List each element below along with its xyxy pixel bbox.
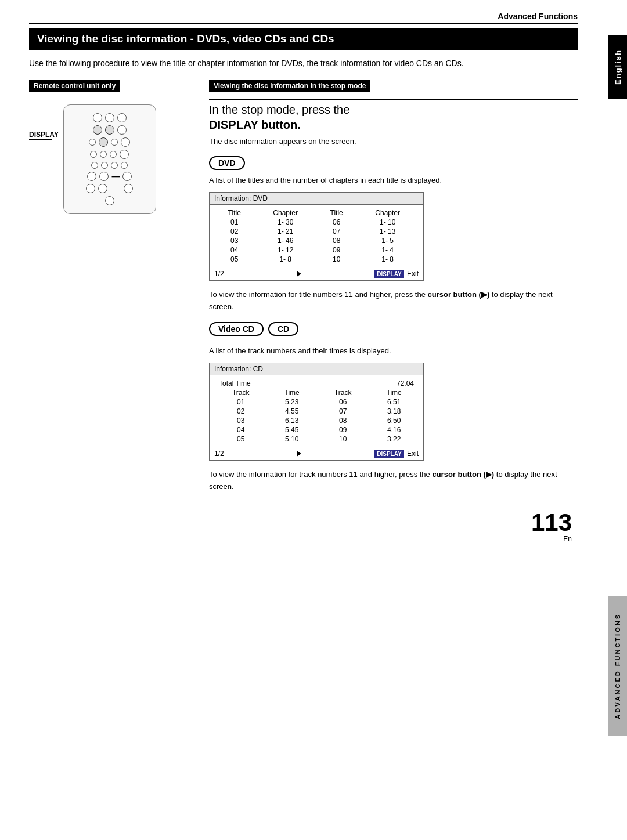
btn-row-7: [86, 184, 133, 193]
btn-row-8: [105, 196, 114, 205]
dvd-row-5: 05 1- 8 10 1- 8: [214, 255, 419, 264]
cd-r5-time2: 3.22: [369, 435, 419, 444]
heading-2: DISPLAY button.: [209, 118, 301, 131]
spacer: [110, 184, 121, 193]
cd-total-value: 72.04: [316, 379, 419, 388]
dvd-r3-title1: 03: [214, 236, 254, 245]
dvd-r5-chap1: 1- 8: [254, 255, 316, 264]
btn-row-6: —: [87, 172, 132, 181]
page-number-container: 113 En: [29, 510, 578, 543]
cd-col-time1: Time: [267, 388, 316, 397]
cd-r4-track1: 04: [214, 425, 267, 435]
remote-container: DISPLAY: [29, 104, 197, 214]
btn-row-5: [91, 162, 128, 169]
btn-21: [98, 184, 107, 193]
dvd-r1-chap1: 1- 30: [254, 218, 316, 227]
cd-r1-track2: 06: [316, 397, 369, 407]
btn-6: [99, 137, 108, 147]
cd-r1-time2: 6.51: [369, 397, 419, 407]
disc-info-text: The disc information appears on the scre…: [209, 136, 578, 147]
divider-line-1: [209, 99, 578, 100]
btn-display: [93, 125, 102, 135]
main-content: Advanced Functions Viewing the disc info…: [0, 0, 607, 566]
cd-display-btn: DISPLAY: [374, 450, 403, 458]
dvd-col-chapter1: Chapter: [254, 208, 316, 218]
cd-r1-track1: 01: [214, 397, 267, 407]
cd-total-row: Total Time 72.04: [214, 379, 419, 388]
btn-row-1: [93, 113, 127, 122]
btn-3: [117, 113, 127, 122]
btn-16: [121, 162, 128, 169]
btn-8: [121, 137, 130, 147]
dvd-col-title2: Title: [316, 208, 356, 218]
btn-10: [100, 151, 107, 158]
cd-footer-right: DISPLAY Exit: [374, 450, 419, 458]
cd-table-header-row: Track Time Track Time: [214, 388, 419, 397]
page-header: Advanced Functions: [29, 12, 578, 24]
videocd-badge: Video CD: [209, 322, 264, 336]
remote-control-label: Remote control unit only: [29, 80, 120, 92]
cd-col-track1: Track: [214, 388, 267, 397]
dvd-r2-chap1: 1- 21: [254, 227, 316, 236]
cd-info-footer: 1/2 DISPLAY Exit: [210, 447, 423, 460]
two-column-layout: Remote control unit only DISPLAY: [29, 80, 578, 493]
btn-14: [101, 162, 108, 169]
cd-badge: CD: [268, 322, 298, 336]
page-number: 113: [531, 510, 572, 535]
btn-7: [111, 139, 118, 146]
btn-2: [105, 113, 114, 122]
cd-r5-track1: 05: [214, 435, 267, 444]
dash-separator: —: [111, 172, 120, 181]
heading-1: In the stop mode, press the: [209, 103, 349, 116]
cursor-bold: cursor button (▶): [427, 290, 489, 299]
display-pointer-line: [29, 139, 59, 140]
bottom-footer-text: To view the information for track number…: [209, 469, 578, 493]
cd-r2-time1: 4.55: [267, 407, 316, 416]
cd-footer-page: 1/2: [214, 450, 224, 458]
btn-5: [89, 139, 96, 146]
btn-4: [117, 125, 127, 135]
footer-text-1: To view the information for track number…: [209, 470, 432, 479]
dvd-r5-chap2: 1- 8: [356, 255, 419, 264]
btn-18: [99, 172, 109, 181]
cd-row-3: 03 6.13 08 6.50: [214, 416, 419, 425]
btn-22: [124, 184, 133, 193]
cd-row-5: 05 5.10 10 3.22: [214, 435, 419, 444]
btn-row-4: [90, 150, 129, 159]
cd-r3-track1: 03: [214, 416, 267, 425]
dvd-r4-chap2: 1- 4: [356, 245, 419, 255]
btn-12: [120, 150, 129, 159]
dvd-display-btn: DISPLAY: [374, 270, 403, 278]
dvd-info-table: Title Chapter Title Chapter 01 1- 30: [214, 208, 419, 264]
format-badges-row: Video CD CD: [209, 322, 578, 341]
btn-11: [110, 151, 117, 158]
page-number-block: 113 En: [531, 510, 572, 543]
btn-17: [87, 172, 96, 181]
english-tab: English: [608, 35, 627, 99]
display-line-bar: [29, 139, 52, 140]
dvd-row-1: 01 1- 30 06 1- 10: [214, 218, 419, 227]
cd-exit-label: Exit: [407, 450, 419, 458]
btn-20: [86, 184, 95, 193]
cursor-instruction: To view the information for title number…: [209, 289, 578, 313]
cd-col-time2: Time: [369, 388, 419, 397]
stop-mode-subhead: In the stop mode, press the DISPLAY butt…: [209, 102, 578, 132]
stop-mode-label: Viewing the disc information in the stop…: [209, 80, 370, 92]
btn-13: [91, 162, 98, 169]
display-label: DISPLAY: [29, 131, 59, 139]
right-column: Viewing the disc information in the stop…: [197, 80, 578, 493]
advanced-functions-tab: ADVANCED FUNCTIONS: [608, 596, 627, 736]
cd-r2-time2: 3.18: [369, 407, 419, 416]
dvd-info-body: Title Chapter Title Chapter 01 1- 30: [210, 205, 423, 267]
cd-r5-track2: 10: [316, 435, 369, 444]
intro-text: Use the following procedure to view the …: [29, 57, 578, 70]
cd-r4-time2: 4.16: [369, 425, 419, 435]
footer-bold: cursor button (▶): [432, 470, 494, 479]
dvd-desc: A list of the titles and the number of c…: [209, 175, 578, 186]
btn-1: [93, 113, 102, 122]
cd-r5-time1: 5.10: [267, 435, 316, 444]
cd-info-table: Total Time 72.04 Track Time Track Time: [214, 379, 419, 444]
section-title: Viewing the disc information - DVDs, vid…: [29, 28, 578, 50]
cd-info-header: Information: CD: [210, 363, 423, 375]
dvd-r1-title1: 01: [214, 218, 254, 227]
